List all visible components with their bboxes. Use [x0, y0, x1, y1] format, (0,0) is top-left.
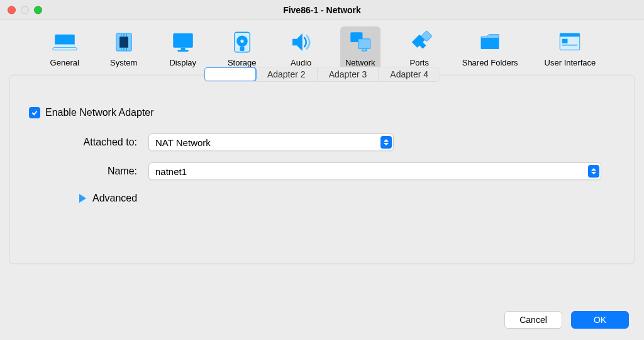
attached-to-label: Attached to:: [42, 137, 148, 148]
svg-rect-13: [177, 50, 189, 52]
svg-rect-24: [560, 33, 580, 37]
adapter-form: Enable Network Adapter Attached to: NAT …: [10, 82, 634, 229]
svg-rect-2: [52, 48, 77, 50]
svg-rect-12: [180, 48, 185, 50]
window-title: Five86-1 - Network: [8, 5, 636, 15]
name-value: natnet1: [155, 166, 588, 177]
svg-rect-25: [562, 39, 568, 43]
toolbar-label: Display: [169, 58, 196, 67]
svg-rect-4: [119, 37, 128, 48]
dropdown-icon: [588, 165, 599, 178]
toolbar-label: General: [50, 58, 79, 67]
shared-folders-icon: [475, 29, 505, 55]
advanced-disclosure[interactable]: Advanced: [79, 193, 615, 204]
toolbar-label: Audio: [291, 58, 311, 67]
enable-adapter-checkbox[interactable]: [29, 107, 40, 118]
toolbar-item-general[interactable]: General: [45, 26, 85, 70]
display-icon: [168, 29, 198, 55]
dialog-footer: Cancel OK: [504, 311, 629, 329]
toolbar-label: User Interface: [545, 58, 596, 67]
system-icon: [109, 29, 139, 55]
toolbar-label: Storage: [228, 58, 257, 67]
cancel-button[interactable]: Cancel: [504, 311, 562, 329]
advanced-label: Advanced: [92, 193, 137, 204]
enable-adapter-label: Enable Network Adapter: [45, 107, 154, 118]
window-controls: [8, 6, 42, 14]
disclosure-triangle-icon: [79, 194, 86, 203]
toolbar-label: Shared Folders: [462, 58, 518, 67]
toolbar-label: Network: [345, 58, 375, 67]
toolbar-item-network[interactable]: Network: [340, 26, 380, 70]
network-settings-panel: Adapter 2 Adapter 3 Adapter 4 Enable Net…: [9, 75, 635, 264]
svg-rect-17: [240, 47, 244, 51]
toolbar-item-ports[interactable]: Ports: [399, 26, 440, 70]
svg-rect-26: [562, 45, 578, 47]
svg-rect-20: [362, 49, 366, 52]
toolbar-item-audio[interactable]: Audio: [281, 26, 321, 70]
ok-button[interactable]: OK: [571, 311, 629, 329]
svg-rect-1: [55, 45, 75, 48]
toolbar-item-shared-folders[interactable]: Shared Folders: [458, 26, 522, 70]
minimize-window-icon: [21, 6, 29, 14]
toolbar-item-display[interactable]: Display: [163, 26, 203, 70]
network-icon: [345, 29, 375, 55]
adapter-tab-3[interactable]: Adapter 3: [318, 67, 379, 81]
titlebar: Five86-1 - Network: [0, 0, 644, 20]
adapter-tabs: Adapter 2 Adapter 3 Adapter 4: [204, 67, 440, 82]
adapter-tab-4[interactable]: Adapter 4: [379, 67, 440, 81]
svg-rect-19: [358, 39, 370, 49]
svg-rect-11: [173, 33, 193, 48]
ports-icon: [404, 29, 435, 55]
svg-point-16: [240, 40, 243, 43]
general-icon: [50, 29, 80, 55]
toolbar-item-user-interface[interactable]: User Interface: [541, 26, 600, 70]
attached-to-value: NAT Network: [155, 137, 380, 148]
attached-to-select[interactable]: NAT Network: [148, 133, 394, 151]
audio-icon: [286, 29, 316, 55]
dropdown-icon: [380, 136, 392, 149]
svg-rect-22: [481, 38, 499, 49]
user-interface-icon: [555, 29, 585, 55]
adapter-tab-2[interactable]: Adapter 2: [256, 67, 318, 81]
toolbar-label: Ports: [410, 58, 429, 67]
name-select[interactable]: natnet1: [148, 162, 601, 180]
close-window-icon[interactable]: [8, 6, 16, 14]
toolbar-item-storage[interactable]: Storage: [222, 26, 262, 70]
storage-icon: [227, 29, 257, 55]
zoom-window-icon[interactable]: [34, 6, 42, 14]
toolbar-item-system[interactable]: System: [104, 26, 144, 70]
name-label: Name:: [42, 166, 148, 177]
adapter-tab-1[interactable]: [204, 67, 257, 82]
toolbar-label: System: [110, 58, 137, 67]
